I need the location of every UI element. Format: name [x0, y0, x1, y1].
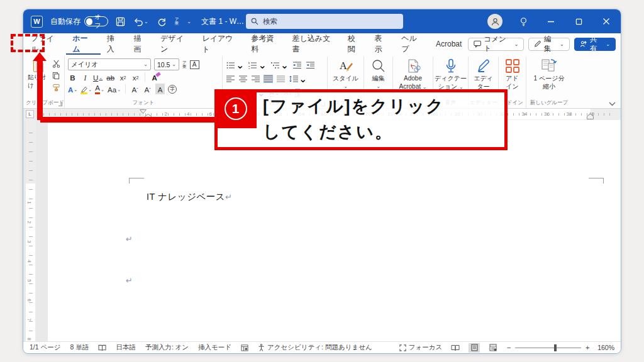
autosave-control[interactable]: 自動保存 オフ — [50, 16, 108, 27]
zoom-out-button[interactable]: − — [506, 344, 511, 351]
editing-mode-button[interactable]: 編集 ⌄ — [528, 38, 569, 51]
tab-5[interactable]: レイアウト — [196, 33, 245, 55]
justify-button[interactable] — [264, 75, 272, 82]
align-left-button[interactable] — [226, 75, 235, 82]
distribute-button[interactable] — [277, 75, 285, 82]
customize-qat-icon[interactable]: ⌄ — [187, 19, 191, 25]
clipboard-group: 貼り付け ⌄ クリップボード — [26, 57, 65, 108]
right-indent-marker[interactable] — [587, 114, 594, 119]
copy-icon[interactable] — [51, 71, 61, 80]
tab-11[interactable]: Acrobat — [430, 33, 468, 55]
minimize-button[interactable] — [544, 18, 558, 25]
paragraph-mark-icon: ↵ — [126, 234, 133, 244]
focus-mode-button[interactable]: フォーカス — [399, 343, 442, 352]
clipboard-minibuttons — [48, 57, 62, 99]
font-color-button[interactable]: A⌄ — [95, 84, 104, 94]
align-right-button[interactable] — [252, 75, 260, 82]
print-layout-button[interactable] — [469, 343, 480, 353]
search-placeholder: 検索 — [263, 17, 277, 26]
word-count[interactable]: 8 単語 — [70, 343, 89, 352]
page-count[interactable]: 1/1 ページ — [30, 343, 61, 352]
account-avatar[interactable] — [487, 14, 502, 29]
collapse-ribbon-icon[interactable] — [609, 102, 616, 106]
search-icon — [251, 18, 258, 25]
character-border-button[interactable]: A — [190, 60, 199, 69]
search-input[interactable]: 検索 — [246, 14, 403, 29]
tab-9[interactable]: 表示 — [369, 33, 396, 55]
tab-8[interactable]: 校閲 — [341, 33, 369, 55]
proofing-icon[interactable] — [98, 344, 106, 351]
zoom-level[interactable]: 160% — [597, 344, 614, 351]
grow-font-button[interactable]: Aˆ — [130, 84, 140, 94]
share-dropdown-icon: ⌄ — [606, 41, 610, 47]
cut-icon[interactable] — [51, 59, 61, 69]
line-spacing-button[interactable]: ⌄ — [289, 73, 307, 85]
highlight-color-button[interactable]: ⌄ — [80, 84, 92, 94]
tab-3[interactable]: 描画 — [127, 33, 154, 55]
read-mode-button[interactable] — [450, 343, 461, 353]
subscript-button[interactable]: x2 — [118, 72, 128, 82]
multilevel-list-button[interactable]: ⌄ — [271, 59, 289, 71]
word-app-icon[interactable]: W — [31, 16, 43, 28]
tab-selector[interactable]: L — [26, 110, 34, 118]
web-layout-button[interactable] — [487, 343, 499, 353]
autosave-toggle[interactable]: オフ — [84, 16, 108, 26]
bullets-button[interactable]: ⌄ — [226, 59, 244, 71]
undo-dropdown-icon[interactable]: ⌄ — [144, 19, 148, 25]
undo-icon[interactable]: ⌄ — [133, 17, 148, 26]
first-line-indent-marker[interactable] — [140, 109, 147, 114]
ruler-number: 3 — [26, 240, 32, 243]
share-button[interactable]: 共有 ⌄ — [574, 38, 616, 51]
macro-recorder-icon[interactable] — [241, 344, 248, 351]
tab-1[interactable]: ホーム — [66, 33, 100, 55]
save-icon[interactable] — [116, 17, 125, 26]
insert-mode[interactable]: 挿入モード — [198, 343, 231, 352]
shrink-one-page-button[interactable]: 1 ページ分 縮小 — [528, 57, 570, 99]
tell-me-lightbulb-icon[interactable] — [516, 17, 530, 26]
superscript-button[interactable]: x2 — [131, 72, 140, 82]
ruler-number: 5 — [26, 279, 32, 282]
maximize-button[interactable] — [572, 18, 586, 25]
annotation-highlight-box — [11, 34, 45, 52]
text-effects-button[interactable]: A⌄ — [68, 84, 77, 94]
format-painter-icon[interactable] — [51, 83, 61, 92]
close-button[interactable] — [599, 18, 613, 25]
zoom-slider[interactable] — [515, 344, 581, 351]
increase-indent-button[interactable] — [306, 62, 315, 69]
phonetic-guide-icon[interactable]: ア 亜 — [175, 18, 179, 25]
enclose-characters-button[interactable]: 字 — [168, 85, 177, 94]
comments-button[interactable]: コメント ⌄ — [468, 38, 524, 51]
document-area: 12345678 IT ナレッジベース↵ ↵ ↵ — [23, 120, 621, 341]
language[interactable]: 日本語 — [116, 343, 136, 352]
zoom-slider-thumb[interactable] — [554, 344, 557, 351]
italic-button[interactable]: I — [80, 72, 90, 82]
character-shading-button[interactable]: A — [155, 84, 165, 94]
annotation-arrow-vertical — [37, 60, 43, 120]
redo-icon[interactable] — [157, 17, 167, 26]
tab-2[interactable]: 挿入 — [101, 33, 128, 55]
accessibility-status[interactable]: アクセシビリティ: 問題ありません — [258, 343, 372, 352]
font-size-combo[interactable]: 10.5⌄ — [154, 58, 179, 70]
tab-7[interactable]: 差し込み文書 — [286, 33, 341, 55]
change-case-button[interactable]: Aa⌄ — [108, 84, 121, 94]
align-center-button[interactable] — [239, 75, 247, 82]
ribbon-tabs: ファイルホーム挿入描画デザインレイアウト参考資料差し込み文書校閲表示ヘルプAcr… — [25, 33, 468, 55]
zoom-in-button[interactable]: + — [585, 344, 590, 351]
font-name-combo[interactable]: メイリオ⌄ — [68, 58, 151, 70]
shrink-font-button[interactable]: Aˇ — [143, 84, 152, 94]
document-page[interactable]: IT ナレッジベース↵ ↵ ↵ — [48, 120, 621, 341]
tab-10[interactable]: ヘルプ — [395, 33, 430, 55]
annotation-step-badge: 1 — [214, 89, 257, 128]
numbering-button[interactable]: ⌄ — [248, 59, 266, 71]
bold-button[interactable]: B — [68, 72, 77, 82]
clipboard-dialog-launcher-icon[interactable] — [58, 102, 62, 106]
ruler-number: 4 — [187, 111, 189, 117]
strikethrough-button[interactable]: ab — [106, 72, 115, 82]
predictive-input[interactable]: 予測入力: オン — [145, 343, 189, 352]
tab-6[interactable]: 参考資料 — [245, 33, 286, 55]
clear-formatting-button[interactable]: A — [150, 72, 159, 82]
decrease-indent-button[interactable] — [293, 62, 302, 69]
underline-button[interactable]: U⌄ — [93, 72, 103, 82]
tab-4[interactable]: デザイン — [154, 33, 196, 55]
ruby-button[interactable]: ア 亜 — [182, 61, 187, 69]
